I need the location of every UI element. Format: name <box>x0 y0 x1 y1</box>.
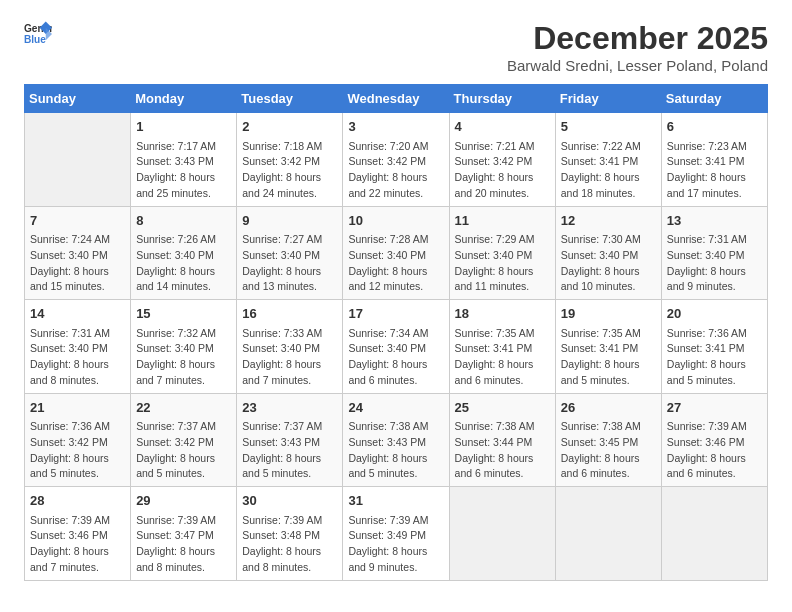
day-number: 19 <box>561 304 656 324</box>
calendar-cell-w3-d4: 17Sunrise: 7:34 AMSunset: 3:40 PMDayligh… <box>343 300 449 394</box>
day-info: Sunrise: 7:22 AMSunset: 3:41 PMDaylight:… <box>561 139 656 202</box>
day-info: Sunrise: 7:18 AMSunset: 3:42 PMDaylight:… <box>242 139 337 202</box>
calendar-cell-w5-d3: 30Sunrise: 7:39 AMSunset: 3:48 PMDayligh… <box>237 487 343 581</box>
day-number: 21 <box>30 398 125 418</box>
day-info: Sunrise: 7:39 AMSunset: 3:48 PMDaylight:… <box>242 513 337 576</box>
day-info: Sunrise: 7:36 AMSunset: 3:42 PMDaylight:… <box>30 419 125 482</box>
calendar-cell-w3-d7: 20Sunrise: 7:36 AMSunset: 3:41 PMDayligh… <box>661 300 767 394</box>
calendar-cell-w2-d5: 11Sunrise: 7:29 AMSunset: 3:40 PMDayligh… <box>449 206 555 300</box>
day-number: 15 <box>136 304 231 324</box>
day-number: 9 <box>242 211 337 231</box>
calendar-cell-w5-d6 <box>555 487 661 581</box>
day-info: Sunrise: 7:38 AMSunset: 3:43 PMDaylight:… <box>348 419 443 482</box>
day-number: 17 <box>348 304 443 324</box>
day-number: 23 <box>242 398 337 418</box>
calendar-week-3: 14Sunrise: 7:31 AMSunset: 3:40 PMDayligh… <box>25 300 768 394</box>
logo-icon: General Blue <box>24 20 52 48</box>
day-info: Sunrise: 7:38 AMSunset: 3:44 PMDaylight:… <box>455 419 550 482</box>
day-info: Sunrise: 7:35 AMSunset: 3:41 PMDaylight:… <box>561 326 656 389</box>
day-number: 13 <box>667 211 762 231</box>
day-number: 11 <box>455 211 550 231</box>
calendar-cell-w4-d6: 26Sunrise: 7:38 AMSunset: 3:45 PMDayligh… <box>555 393 661 487</box>
day-number: 14 <box>30 304 125 324</box>
svg-text:Blue: Blue <box>24 34 46 45</box>
day-number: 28 <box>30 491 125 511</box>
day-number: 30 <box>242 491 337 511</box>
subtitle: Barwald Sredni, Lesser Poland, Poland <box>507 57 768 74</box>
day-info: Sunrise: 7:23 AMSunset: 3:41 PMDaylight:… <box>667 139 762 202</box>
weekday-header-saturday: Saturday <box>661 85 767 113</box>
day-number: 16 <box>242 304 337 324</box>
day-info: Sunrise: 7:34 AMSunset: 3:40 PMDaylight:… <box>348 326 443 389</box>
weekday-header-thursday: Thursday <box>449 85 555 113</box>
day-number: 20 <box>667 304 762 324</box>
calendar-cell-w4-d7: 27Sunrise: 7:39 AMSunset: 3:46 PMDayligh… <box>661 393 767 487</box>
calendar-cell-w3-d5: 18Sunrise: 7:35 AMSunset: 3:41 PMDayligh… <box>449 300 555 394</box>
day-number: 29 <box>136 491 231 511</box>
weekday-header-row: SundayMondayTuesdayWednesdayThursdayFrid… <box>25 85 768 113</box>
calendar-cell-w1-d1 <box>25 113 131 207</box>
calendar-week-5: 28Sunrise: 7:39 AMSunset: 3:46 PMDayligh… <box>25 487 768 581</box>
day-number: 8 <box>136 211 231 231</box>
day-info: Sunrise: 7:21 AMSunset: 3:42 PMDaylight:… <box>455 139 550 202</box>
calendar-cell-w1-d7: 6Sunrise: 7:23 AMSunset: 3:41 PMDaylight… <box>661 113 767 207</box>
day-number: 1 <box>136 117 231 137</box>
calendar-cell-w5-d1: 28Sunrise: 7:39 AMSunset: 3:46 PMDayligh… <box>25 487 131 581</box>
logo: General Blue <box>24 20 52 48</box>
calendar-cell-w2-d6: 12Sunrise: 7:30 AMSunset: 3:40 PMDayligh… <box>555 206 661 300</box>
calendar-cell-w4-d4: 24Sunrise: 7:38 AMSunset: 3:43 PMDayligh… <box>343 393 449 487</box>
day-number: 7 <box>30 211 125 231</box>
title-block: December 2025 Barwald Sredni, Lesser Pol… <box>507 20 768 74</box>
calendar-cell-w3-d6: 19Sunrise: 7:35 AMSunset: 3:41 PMDayligh… <box>555 300 661 394</box>
calendar-cell-w3-d1: 14Sunrise: 7:31 AMSunset: 3:40 PMDayligh… <box>25 300 131 394</box>
day-info: Sunrise: 7:37 AMSunset: 3:43 PMDaylight:… <box>242 419 337 482</box>
calendar-cell-w4-d5: 25Sunrise: 7:38 AMSunset: 3:44 PMDayligh… <box>449 393 555 487</box>
day-info: Sunrise: 7:35 AMSunset: 3:41 PMDaylight:… <box>455 326 550 389</box>
page-header: General Blue December 2025 Barwald Sredn… <box>24 20 768 74</box>
day-number: 25 <box>455 398 550 418</box>
calendar-cell-w5-d4: 31Sunrise: 7:39 AMSunset: 3:49 PMDayligh… <box>343 487 449 581</box>
weekday-header-monday: Monday <box>131 85 237 113</box>
calendar-cell-w4-d1: 21Sunrise: 7:36 AMSunset: 3:42 PMDayligh… <box>25 393 131 487</box>
calendar-cell-w1-d6: 5Sunrise: 7:22 AMSunset: 3:41 PMDaylight… <box>555 113 661 207</box>
day-number: 5 <box>561 117 656 137</box>
weekday-header-tuesday: Tuesday <box>237 85 343 113</box>
day-info: Sunrise: 7:32 AMSunset: 3:40 PMDaylight:… <box>136 326 231 389</box>
day-info: Sunrise: 7:26 AMSunset: 3:40 PMDaylight:… <box>136 232 231 295</box>
calendar-table: SundayMondayTuesdayWednesdayThursdayFrid… <box>24 84 768 581</box>
day-number: 12 <box>561 211 656 231</box>
day-number: 31 <box>348 491 443 511</box>
calendar-cell-w3-d3: 16Sunrise: 7:33 AMSunset: 3:40 PMDayligh… <box>237 300 343 394</box>
day-info: Sunrise: 7:39 AMSunset: 3:49 PMDaylight:… <box>348 513 443 576</box>
calendar-cell-w2-d3: 9Sunrise: 7:27 AMSunset: 3:40 PMDaylight… <box>237 206 343 300</box>
calendar-cell-w2-d7: 13Sunrise: 7:31 AMSunset: 3:40 PMDayligh… <box>661 206 767 300</box>
calendar-cell-w5-d7 <box>661 487 767 581</box>
day-number: 4 <box>455 117 550 137</box>
day-info: Sunrise: 7:17 AMSunset: 3:43 PMDaylight:… <box>136 139 231 202</box>
calendar-cell-w1-d2: 1Sunrise: 7:17 AMSunset: 3:43 PMDaylight… <box>131 113 237 207</box>
day-info: Sunrise: 7:24 AMSunset: 3:40 PMDaylight:… <box>30 232 125 295</box>
calendar-cell-w1-d4: 3Sunrise: 7:20 AMSunset: 3:42 PMDaylight… <box>343 113 449 207</box>
day-number: 6 <box>667 117 762 137</box>
calendar-cell-w2-d4: 10Sunrise: 7:28 AMSunset: 3:40 PMDayligh… <box>343 206 449 300</box>
calendar-week-4: 21Sunrise: 7:36 AMSunset: 3:42 PMDayligh… <box>25 393 768 487</box>
main-title: December 2025 <box>507 20 768 57</box>
day-number: 10 <box>348 211 443 231</box>
day-info: Sunrise: 7:27 AMSunset: 3:40 PMDaylight:… <box>242 232 337 295</box>
day-number: 24 <box>348 398 443 418</box>
day-number: 2 <box>242 117 337 137</box>
day-info: Sunrise: 7:39 AMSunset: 3:46 PMDaylight:… <box>667 419 762 482</box>
calendar-week-1: 1Sunrise: 7:17 AMSunset: 3:43 PMDaylight… <box>25 113 768 207</box>
calendar-cell-w2-d1: 7Sunrise: 7:24 AMSunset: 3:40 PMDaylight… <box>25 206 131 300</box>
calendar-cell-w4-d2: 22Sunrise: 7:37 AMSunset: 3:42 PMDayligh… <box>131 393 237 487</box>
day-info: Sunrise: 7:37 AMSunset: 3:42 PMDaylight:… <box>136 419 231 482</box>
calendar-cell-w3-d2: 15Sunrise: 7:32 AMSunset: 3:40 PMDayligh… <box>131 300 237 394</box>
day-info: Sunrise: 7:39 AMSunset: 3:46 PMDaylight:… <box>30 513 125 576</box>
calendar-cell-w2-d2: 8Sunrise: 7:26 AMSunset: 3:40 PMDaylight… <box>131 206 237 300</box>
day-info: Sunrise: 7:28 AMSunset: 3:40 PMDaylight:… <box>348 232 443 295</box>
calendar-week-2: 7Sunrise: 7:24 AMSunset: 3:40 PMDaylight… <box>25 206 768 300</box>
day-number: 27 <box>667 398 762 418</box>
weekday-header-wednesday: Wednesday <box>343 85 449 113</box>
day-info: Sunrise: 7:36 AMSunset: 3:41 PMDaylight:… <box>667 326 762 389</box>
day-info: Sunrise: 7:20 AMSunset: 3:42 PMDaylight:… <box>348 139 443 202</box>
